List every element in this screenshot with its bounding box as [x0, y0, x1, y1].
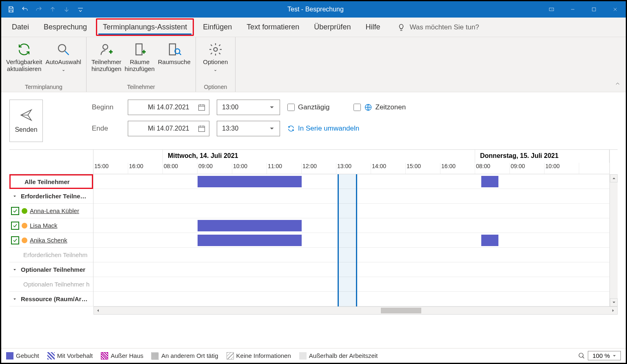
attendee-checkbox[interactable] [11, 222, 19, 230]
datetime-panel: Senden Beginn Mi 14.07.2021 13:00 Ganztä… [1, 92, 626, 149]
svg-rect-10 [199, 126, 205, 131]
presence-free-icon [22, 208, 27, 214]
window-title: Test - Besprechung [90, 6, 541, 13]
group-label: Teilnehmer [90, 83, 192, 91]
attendee-name[interactable]: Anika Schenk [30, 237, 67, 244]
swatch-tentative [47, 352, 55, 360]
chevron-down-icon [269, 126, 275, 131]
swatch-oof [101, 352, 108, 360]
tell-me-search[interactable]: Was möchten Sie tun? [397, 23, 479, 31]
options-button[interactable]: Optionen⌄ [199, 39, 232, 83]
maximize-button[interactable] [583, 1, 605, 18]
attendee-checkbox[interactable] [11, 236, 19, 244]
time-slot: 15:00 [93, 163, 128, 174]
qat-customize[interactable] [74, 3, 87, 16]
allday-checkbox[interactable]: Ganztägig [287, 103, 330, 111]
timezones-checkbox[interactable]: Zeitzonen [354, 103, 406, 111]
vertical-scrollbar[interactable] [609, 150, 618, 306]
scroll-thumb[interactable] [381, 308, 421, 313]
room-finder-icon [167, 42, 182, 57]
end-date-input[interactable]: Mi 14.07.2021 [128, 121, 209, 136]
scroll-up-button[interactable] [610, 174, 618, 182]
add-required-attendee-input[interactable]: Erforderlichen Teilnehm [9, 248, 93, 262]
recurring-icon [287, 125, 295, 132]
group-teilnehmer: Teilnehmer hinzufügen Räume hinzufügen R… [87, 37, 196, 92]
attendee-name[interactable]: Lisa Mack [30, 222, 58, 229]
attendee-row[interactable]: Anika Schenk [9, 233, 93, 248]
time-slot: 12:00 [302, 163, 336, 174]
legend-noinfo: Keine Informationen [227, 352, 291, 360]
add-optional-attendee-input[interactable]: Optionalen Teilnehmer h [9, 277, 93, 292]
timeline-grid[interactable] [93, 174, 609, 306]
scroll-track[interactable] [102, 307, 609, 314]
chevron-down-icon [12, 194, 17, 199]
tab-terminplanungs-assistent[interactable]: Terminplanungs-Assistent [96, 18, 194, 36]
resource-section-header[interactable]: Ressource (Raum/Ar… [9, 292, 93, 306]
time-slot: 16:00 [128, 163, 163, 174]
time-header-row: 15:0016:0008:0009:0010:0011:0012:0013:00… [93, 163, 609, 174]
add-room-icon [132, 42, 147, 57]
scroll-track[interactable] [610, 182, 618, 298]
tab-einfuegen[interactable]: Einfügen [197, 20, 238, 35]
time-slot: 13:00 [336, 163, 371, 174]
ribbon-display-options[interactable] [541, 1, 562, 18]
scheduler: Alle Teilnehmer Erforderlicher Teilne… A… [9, 149, 618, 306]
send-button[interactable]: Senden [9, 100, 43, 142]
svg-rect-5 [169, 44, 176, 55]
window-controls [541, 1, 626, 18]
up-button[interactable] [46, 3, 59, 16]
minimize-button[interactable] [562, 1, 583, 18]
horizontal-scrollbar[interactable] [93, 306, 618, 315]
begin-date-input[interactable]: Mi 14.07.2021 [128, 100, 209, 115]
zoom-level[interactable]: 100 % [588, 351, 621, 360]
ribbon-tab-strip: Datei Besprechung Terminplanungs-Assiste… [1, 18, 626, 37]
scroll-down-button[interactable] [610, 298, 618, 306]
quick-access-toolbar [1, 3, 90, 16]
attendee-row[interactable]: Lisa Mack [9, 218, 93, 233]
tab-ueberpruefen[interactable]: Überprüfen [308, 20, 356, 35]
ribbon: Verfügbarkeit aktualisieren AutoAuswahl⌄… [1, 37, 626, 92]
add-attendee-icon [99, 42, 114, 57]
timeline[interactable]: Mittwoch, 14. Juli 2021 Donnerstag, 15. … [93, 150, 609, 306]
end-time-input[interactable]: 13:30 [217, 121, 280, 136]
svg-rect-8 [199, 105, 205, 110]
collapse-ribbon-button[interactable] [614, 80, 621, 89]
required-section-header[interactable]: Erforderlicher Teilne… [9, 189, 93, 204]
optional-section-header[interactable]: Optionaler Teilnehmer [9, 262, 93, 277]
refresh-icon [17, 42, 31, 57]
close-button[interactable] [605, 1, 626, 18]
refresh-availability-button[interactable]: Verfügbarkeit aktualisieren [4, 39, 44, 83]
calendar-icon [198, 103, 206, 111]
attendee-checkbox[interactable] [11, 207, 19, 215]
redo-button[interactable] [32, 3, 45, 16]
tab-besprechung[interactable]: Besprechung [38, 20, 93, 35]
tab-hilfe[interactable]: Hilfe [360, 20, 386, 35]
attendee-row[interactable]: Anna-Lena Kübler [9, 204, 93, 218]
svg-point-11 [579, 353, 584, 357]
add-room-button[interactable]: Räume hinzufügen [123, 39, 156, 83]
scroll-right-button[interactable] [609, 307, 617, 314]
begin-time-input[interactable]: 13:00 [217, 100, 280, 115]
svg-point-7 [213, 48, 217, 51]
autopick-button[interactable]: AutoAuswahl⌄ [44, 39, 83, 83]
zoom-control[interactable]: 100 % [578, 351, 621, 360]
svg-point-2 [58, 44, 66, 52]
add-attendee-button[interactable]: Teilnehmer hinzufügen [90, 39, 123, 83]
make-recurring-link[interactable]: In Serie umwandeln [287, 124, 359, 133]
save-button[interactable] [4, 3, 18, 16]
title-bar: Test - Besprechung [1, 1, 626, 18]
all-attendees-row[interactable]: Alle Teilnehmer [9, 174, 93, 189]
gear-icon [208, 42, 223, 57]
tab-datei[interactable]: Datei [6, 20, 35, 35]
down-button[interactable] [60, 3, 73, 16]
undo-button[interactable] [18, 3, 31, 16]
chevron-down-icon [12, 297, 17, 302]
room-finder-button[interactable]: Raumsuche [156, 39, 192, 83]
legend-elsewhere: An anderem Ort tätig [151, 352, 218, 360]
tab-text-formatieren[interactable]: Text formatieren [241, 20, 305, 35]
attendee-name[interactable]: Anna-Lena Kübler [30, 207, 79, 214]
chevron-down-icon [12, 267, 17, 272]
day-header: Donnerstag, 15. Juli 2021 [475, 150, 609, 163]
scroll-left-button[interactable] [94, 307, 102, 314]
send-icon [19, 108, 33, 122]
